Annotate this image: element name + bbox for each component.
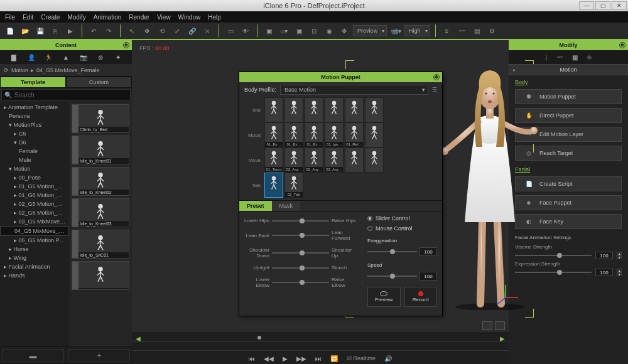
puppet-close-icon[interactable]: ⊗: [433, 74, 440, 80]
camera-icon[interactable]: ▣: [263, 24, 275, 37]
motion-thumb[interactable]: Idle_to_Kneel01: [72, 136, 129, 164]
add-button[interactable]: ＋: [68, 349, 130, 362]
loop-icon[interactable]: 🔁: [330, 355, 338, 362]
tree-item[interactable]: ▸ Horse: [0, 245, 69, 254]
motion-cell[interactable]: 01_Ign…: [325, 122, 344, 147]
breadcrumb-0[interactable]: Motion: [11, 67, 28, 73]
sound-icon[interactable]: 🔊: [384, 355, 392, 362]
avatar-icon[interactable]: 👤: [26, 52, 36, 62]
motion-cell[interactable]: [365, 122, 384, 147]
tree-item[interactable]: ▸ G5: [0, 129, 69, 138]
play-icon[interactable]: ▶: [64, 24, 77, 37]
sheet-icon[interactable]: ▤: [471, 24, 484, 37]
motion-cell[interactable]: [365, 147, 384, 173]
tree-item[interactable]: Male: [0, 156, 69, 164]
tree-item[interactable]: ▸ Facial Animation: [0, 262, 69, 271]
tree-item[interactable]: ▸ Hands: [0, 271, 69, 280]
motion-cell[interactable]: [264, 97, 283, 122]
rotate-icon[interactable]: ⟲: [156, 24, 168, 37]
body-slider[interactable]: UprightSlouch: [244, 265, 359, 270]
home-icon[interactable]: ⌂▾: [278, 24, 290, 37]
speed-slider[interactable]: 100: [367, 272, 437, 281]
frame-icon[interactable]: ▣: [293, 24, 305, 37]
menu-edit[interactable]: Edit: [23, 14, 33, 21]
tree-item[interactable]: ▾ Motion: [0, 164, 69, 173]
prev-frame-icon[interactable]: ◀◀: [264, 355, 274, 362]
menu-render[interactable]: Render: [129, 14, 149, 21]
play-button[interactable]: ▶: [283, 355, 288, 362]
exaggeration-slider[interactable]: 100: [367, 247, 437, 256]
preview-dropdown[interactable]: Preview: [353, 25, 387, 36]
tree-item[interactable]: ▸ 02_G6 Motion_Heidi: [0, 208, 69, 217]
unlink-icon[interactable]: ⤫: [201, 24, 214, 37]
motion-cell[interactable]: [365, 97, 384, 122]
motion-cell[interactable]: 01_Ex…: [284, 122, 303, 147]
tree-item[interactable]: ▾ G6: [0, 138, 69, 147]
open-icon[interactable]: 📂: [19, 24, 31, 37]
tree-item[interactable]: ▸ 05_G5 Motion Puppet: [0, 236, 69, 245]
motion-cell[interactable]: 01_Taunt: [264, 147, 283, 173]
tree-item[interactable]: 04_G5 MixMove_Fe…: [0, 226, 69, 236]
tree-item[interactable]: Female: [0, 147, 69, 156]
motion-section[interactable]: Motion: [509, 64, 628, 75]
breadcrumb[interactable]: ⟳ Motion▸ 04_G5 MixMove_Female: [0, 64, 132, 77]
modify-collapse-icon[interactable]: ⊕: [619, 42, 625, 48]
quality-dropdown[interactable]: High: [404, 25, 430, 36]
motion-cell[interactable]: [345, 97, 364, 122]
viewport-grid-icon[interactable]: [495, 321, 505, 330]
body-slider[interactable]: Lower ElbowRaise Elbow: [244, 277, 359, 288]
gear-icon[interactable]: ⚙: [486, 24, 499, 37]
menu-create[interactable]: Create: [41, 14, 60, 21]
body-slider[interactable]: Shoulder DownShoulder Up: [244, 247, 359, 259]
motion-thumb[interactable]: Idle_to_SitC01: [72, 230, 129, 259]
menu-window[interactable]: Window: [178, 14, 201, 21]
preset-tab[interactable]: Preset: [239, 201, 272, 211]
motion-cell[interactable]: [264, 173, 283, 198]
tree-item[interactable]: ▸ 02_G5 Motion_Gwy…: [0, 200, 69, 208]
orbit-icon[interactable]: ◉: [323, 24, 335, 37]
select-icon[interactable]: ↖: [126, 24, 138, 37]
record-icon[interactable]: 📹▾: [389, 24, 402, 37]
move-icon[interactable]: ✥: [141, 24, 153, 37]
scale-icon[interactable]: ⤢: [171, 24, 183, 37]
motion-cell[interactable]: 01_Ex…: [305, 122, 323, 147]
mask-tab[interactable]: Mask: [272, 201, 301, 211]
search-input[interactable]: 🔍 Search: [1, 89, 131, 100]
prop-icon[interactable]: ▲: [61, 52, 71, 62]
breadcrumb-1[interactable]: 04_G5 MixMove_Female: [36, 67, 100, 73]
undo-icon[interactable]: ↶: [87, 24, 100, 37]
realtime-toggle[interactable]: ☑ Realtime: [347, 355, 376, 361]
curve-icon[interactable]: 〰: [456, 24, 468, 37]
timeline[interactable]: ◀▶ ⏮ ◀◀ ▶ ▶▶ ⏭ 🔁 ☑ Realtime 🔊: [132, 333, 509, 364]
slider-control-radio[interactable]: Slider Control: [367, 215, 437, 222]
motion-thumb[interactable]: [72, 261, 129, 290]
folder-icon[interactable]: ▇: [9, 52, 19, 62]
tree-item[interactable]: ▸ Wing: [0, 254, 69, 262]
motion-thumb[interactable]: Idle_to_Kneel03: [72, 198, 129, 227]
motion-cell[interactable]: 02_Arg…: [305, 147, 323, 173]
body-profile-select[interactable]: Base Motion: [280, 85, 428, 95]
next-frame-icon[interactable]: ▶▶: [296, 355, 306, 362]
motion-cell[interactable]: [305, 97, 323, 122]
motion-cell[interactable]: 02_Arg…: [325, 147, 344, 173]
pack-button[interactable]: ▬: [2, 349, 64, 362]
motion-cell[interactable]: 02_Talk: [284, 173, 303, 198]
maximize-button[interactable]: ▢: [595, 1, 610, 10]
content-tree[interactable]: ▸ Animation TemplatePersona▾ MotionPlus▸…: [0, 102, 69, 346]
redo-icon[interactable]: ↷: [102, 24, 115, 37]
close-button[interactable]: ✕: [612, 1, 627, 10]
pan-icon[interactable]: ✥: [338, 24, 350, 37]
tree-item[interactable]: ▸ 01_G6 Motion_Mas…: [0, 191, 69, 200]
media-icon[interactable]: ⊛: [95, 52, 106, 62]
motion-thumb[interactable]: Climb_to_Bed: [72, 104, 129, 133]
tab-custom[interactable]: Custom: [66, 77, 132, 88]
physics-icon[interactable]: ⚛: [587, 54, 592, 61]
export-icon[interactable]: ⎘: [49, 24, 62, 37]
refresh-icon[interactable]: ⟳: [4, 67, 9, 73]
save-icon[interactable]: 💾: [34, 24, 46, 37]
skip-end-icon[interactable]: ⏭: [315, 355, 322, 362]
body-slider[interactable]: Lower HipsRaise Hips: [244, 218, 359, 223]
motion-thumb[interactable]: Idle_to_Kneel02: [72, 167, 129, 196]
puppet-panel-header[interactable]: Motion Puppet ⊗: [239, 72, 442, 82]
terrain-icon[interactable]: ▭: [224, 24, 237, 37]
